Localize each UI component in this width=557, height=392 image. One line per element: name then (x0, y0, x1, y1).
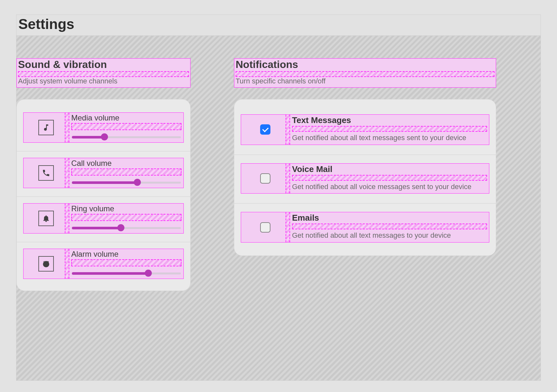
bell-icon (38, 211, 54, 226)
volume-label: Media volume (71, 113, 181, 122)
layout-slot-indicator (18, 71, 189, 77)
page-title: Settings (16, 15, 541, 36)
volume-row-media: Media volume (17, 106, 190, 151)
notification-title: Voice Mail (292, 164, 487, 174)
notifications-panel: Text Messages Get notified about all tex… (234, 99, 496, 256)
settings-page: Settings Sound & vibration Adjust system… (16, 14, 541, 381)
layout-slot-indicator (71, 168, 181, 176)
layout-slot-indicator (71, 123, 181, 130)
layout-slot-indicator (292, 175, 487, 181)
emails-checkbox[interactable] (260, 222, 270, 233)
layout-slot-indicator (292, 126, 487, 132)
layout-slot-indicator (71, 214, 181, 221)
notification-row-text-messages: Text Messages Get notified about all tex… (234, 106, 496, 155)
notification-desc: Get notified about all voice messages se… (292, 182, 487, 192)
notifications-desc: Turn specific channels on/off (236, 77, 494, 85)
layout-slot-indicator (236, 71, 494, 77)
notifications-section: Notifications Turn specific channels on/… (191, 58, 496, 291)
ring-volume-slider[interactable] (72, 224, 181, 231)
notification-desc: Get notified about all text messages sen… (292, 133, 487, 143)
notifications-title: Notifications (236, 59, 494, 71)
media-volume-slider[interactable] (72, 133, 181, 140)
call-volume-slider[interactable] (72, 179, 181, 186)
music-note-icon (38, 120, 54, 135)
sound-title: Sound & vibration (18, 59, 189, 71)
layout-slot-indicator (292, 224, 487, 229)
volume-label: Ring volume (71, 204, 181, 213)
voice-mail-checkbox[interactable] (260, 173, 270, 184)
sound-panel: Media volume (16, 99, 191, 291)
volume-label: Alarm volume (71, 250, 181, 259)
notifications-section-header: Notifications Turn specific channels on/… (234, 58, 496, 88)
notification-title: Text Messages (292, 115, 487, 125)
alarm-volume-slider[interactable] (72, 270, 181, 277)
volume-row-alarm: Alarm volume (17, 242, 190, 287)
volume-row-ring: Ring volume (17, 196, 190, 242)
notification-desc: Get notified about all text messages to … (292, 231, 487, 240)
notification-row-voice-mail: Voice Mail Get notified about all voice … (234, 155, 496, 204)
volume-label: Call volume (71, 159, 181, 168)
sound-desc: Adjust system volume channels (18, 77, 189, 85)
layout-slot-indicator (71, 259, 181, 266)
volume-row-call: Call volume (17, 151, 190, 196)
sound-section: Sound & vibration Adjust system volume c… (16, 58, 191, 291)
phone-icon (38, 165, 54, 181)
sound-section-header: Sound & vibration Adjust system volume c… (16, 58, 191, 88)
notification-row-emails: Emails Get notified about all text messa… (234, 203, 496, 252)
notification-title: Emails (292, 213, 487, 223)
text-messages-checkbox[interactable] (260, 124, 270, 135)
alarm-icon (38, 256, 54, 272)
